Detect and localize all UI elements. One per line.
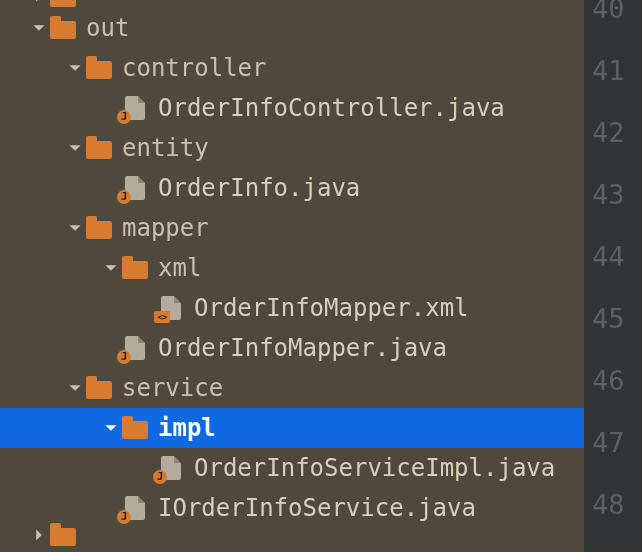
java-file-icon: J — [122, 175, 148, 201]
tree-row[interactable]: controller — [0, 48, 584, 88]
chevron-right-icon — [30, 528, 48, 542]
chevron-down-icon[interactable] — [102, 261, 120, 275]
java-file-icon: J — [122, 335, 148, 361]
line-number: 46 — [584, 350, 636, 412]
line-number-gutter: 404142434445464748 — [584, 0, 642, 552]
tree-row-truncated-bottom[interactable] — [0, 528, 584, 542]
line-number: 42 — [584, 102, 636, 164]
chevron-down-icon[interactable] — [66, 221, 84, 235]
tree-row[interactable]: impl — [0, 408, 584, 448]
chevron-down-icon[interactable] — [66, 61, 84, 75]
tree-row-label: OrderInfoServiceImpl.java — [194, 448, 555, 488]
tree-row-label: entity — [122, 128, 209, 168]
tree-row-truncated-top[interactable] — [0, 0, 584, 8]
tree-row-label: OrderInfoMapper.java — [158, 328, 447, 368]
java-file-icon: J — [158, 455, 184, 481]
line-number: 40 — [584, 0, 636, 40]
tree-row-label: service — [122, 368, 223, 408]
tree-row[interactable]: xml — [0, 248, 584, 288]
folder-icon — [122, 255, 148, 281]
xml-file-icon: <> — [158, 295, 184, 321]
tree-row[interactable]: entity — [0, 128, 584, 168]
tree-row[interactable]: service — [0, 368, 584, 408]
folder-icon — [86, 215, 112, 241]
tree-row-label: impl — [158, 408, 216, 448]
folder-icon — [50, 522, 76, 548]
folder-icon — [50, 15, 76, 41]
tree-row-label: OrderInfo.java — [158, 168, 360, 208]
folder-icon — [86, 375, 112, 401]
folder-icon — [86, 55, 112, 81]
chevron-right-icon — [30, 0, 48, 3]
chevron-down-icon[interactable] — [30, 21, 48, 35]
tree-row-label: out — [86, 8, 129, 48]
line-number: 41 — [584, 40, 636, 102]
chevron-down-icon[interactable] — [66, 141, 84, 155]
chevron-down-icon[interactable] — [66, 381, 84, 395]
tree-row[interactable]: JIOrderInfoService.java — [0, 488, 584, 528]
line-number: 43 — [584, 164, 636, 226]
chevron-down-icon[interactable] — [102, 421, 120, 435]
line-number: 48 — [584, 474, 636, 536]
line-number: 45 — [584, 288, 636, 350]
tree-row[interactable]: JOrderInfo.java — [0, 168, 584, 208]
line-number: 47 — [584, 412, 636, 474]
tree-row-label: IOrderInfoService.java — [158, 488, 476, 528]
java-file-icon: J — [122, 495, 148, 521]
folder-icon — [122, 415, 148, 441]
tree-row-label: mapper — [122, 208, 209, 248]
tree-row-label: OrderInfoController.java — [158, 88, 505, 128]
tree-row[interactable]: JOrderInfoServiceImpl.java — [0, 448, 584, 488]
tree-row[interactable]: JOrderInfoMapper.java — [0, 328, 584, 368]
folder-icon — [86, 135, 112, 161]
tree-row-label: controller — [122, 48, 267, 88]
tree-row[interactable]: mapper — [0, 208, 584, 248]
tree-row-label: xml — [158, 248, 201, 288]
tree-row[interactable]: out — [0, 8, 584, 48]
project-tree[interactable]: outcontrollerJOrderInfoController.javaen… — [0, 0, 584, 552]
tree-row-label: OrderInfoMapper.xml — [194, 288, 469, 328]
tree-row[interactable]: JOrderInfoController.java — [0, 88, 584, 128]
folder-icon — [50, 0, 76, 9]
line-number: 44 — [584, 226, 636, 288]
tree-row[interactable]: <>OrderInfoMapper.xml — [0, 288, 584, 328]
java-file-icon: J — [122, 95, 148, 121]
